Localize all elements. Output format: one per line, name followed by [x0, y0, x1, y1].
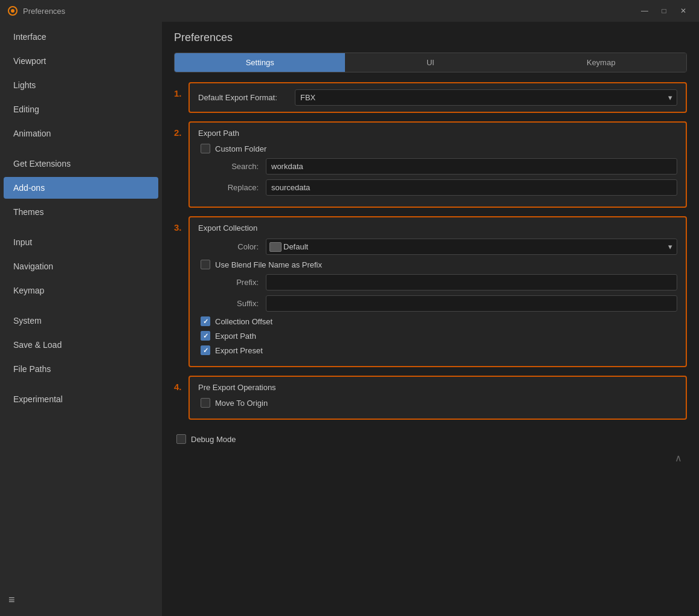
replace-field-row: Replace:	[198, 179, 677, 196]
sidebar-item-animation[interactable]: Animation	[4, 123, 158, 144]
sidebar-item-system[interactable]: System	[4, 310, 158, 332]
debug-mode-label: Debug Mode	[191, 435, 236, 444]
window-title: Preferences	[23, 7, 65, 16]
section-4-number: 4.	[174, 376, 186, 420]
titlebar: Preferences — □ ✕	[0, 0, 699, 22]
close-button[interactable]: ✕	[675, 4, 692, 18]
section-3-title: Export Collection	[198, 223, 677, 233]
section-2-content: Export Path Custom Folder Search: Replac…	[188, 121, 687, 208]
sidebar-item-navigation[interactable]: Navigation	[4, 255, 158, 277]
section-4-content: Pre Export Operations Move To Origin	[188, 376, 687, 420]
tab-ui[interactable]: UI	[345, 53, 515, 72]
export-format-select[interactable]: FBX OBJ GLTF DAE	[295, 89, 677, 106]
checkmark-icon: ✓	[203, 318, 208, 326]
custom-folder-row: Custom Folder	[198, 144, 677, 153]
sidebar-item-get-extensions[interactable]: Get Extensions	[4, 153, 158, 175]
color-field-row: Color: Default ▾	[198, 239, 677, 255]
checkmark-icon-2: ✓	[203, 332, 208, 340]
prefix-field-row: Prefix:	[198, 274, 677, 290]
section-1-number: 1.	[174, 82, 186, 113]
sidebar-item-interface[interactable]: Interface	[4, 26, 158, 48]
section-4-title: Pre Export Operations	[198, 383, 677, 392]
export-path-checkbox-row: ✓ Export Path	[198, 331, 677, 341]
page-title: Preferences	[174, 31, 687, 44]
section-1-content: Default Export Format: FBX OBJ GLTF DAE …	[188, 82, 687, 113]
use-blend-row: Use Blend File Name as Prefix	[198, 260, 677, 269]
export-preset-label: Export Preset	[215, 346, 263, 355]
move-to-origin-label: Move To Origin	[215, 399, 268, 408]
search-input[interactable]	[266, 158, 677, 175]
sidebar-divider-1	[0, 146, 162, 151]
blender-icon	[7, 5, 18, 16]
sidebar-item-file-paths[interactable]: File Paths	[4, 358, 158, 380]
search-field-row: Search:	[198, 158, 677, 175]
section-2-title: Export Path	[198, 129, 677, 138]
use-blend-label: Use Blend File Name as Prefix	[215, 260, 322, 269]
sidebar-item-input[interactable]: Input	[4, 231, 158, 253]
suffix-field-row: Suffix:	[198, 295, 677, 312]
section-2: 2. Export Path Custom Folder Search: Rep…	[174, 121, 687, 208]
section-3-number: 3.	[174, 216, 186, 367]
sidebar-item-save-load[interactable]: Save & Load	[4, 334, 158, 356]
export-format-row: Default Export Format: FBX OBJ GLTF DAE …	[198, 89, 677, 106]
move-to-origin-checkbox[interactable]	[201, 398, 210, 408]
sidebar-item-editing[interactable]: Editing	[4, 98, 158, 120]
minimize-button[interactable]: —	[636, 4, 653, 18]
color-select[interactable]: Default	[266, 239, 677, 255]
collection-offset-checkbox[interactable]: ✓	[201, 316, 210, 326]
export-path-label: Export Path	[215, 332, 256, 341]
search-label: Search:	[198, 162, 259, 171]
color-swatch-icon	[269, 242, 282, 252]
tabs-bar: Settings UI Keymap	[174, 53, 687, 72]
custom-folder-label: Custom Folder	[215, 144, 266, 153]
tab-keymap[interactable]: Keymap	[516, 53, 686, 72]
replace-label: Replace:	[198, 183, 259, 192]
replace-input[interactable]	[266, 179, 677, 196]
export-path-checkbox[interactable]: ✓	[201, 331, 210, 341]
sidebar: Interface Viewport Lights Editing Animat…	[0, 22, 162, 616]
sidebar-divider-2	[0, 225, 162, 229]
debug-mode-checkbox[interactable]	[176, 434, 186, 444]
custom-folder-checkbox[interactable]	[201, 144, 210, 153]
sidebar-item-add-ons[interactable]: Add-ons	[4, 177, 158, 199]
prefix-label: Prefix:	[198, 278, 259, 287]
section-3: 3. Export Collection Color: Default ▾ Us	[174, 216, 687, 367]
sidebar-item-keymap[interactable]: Keymap	[4, 280, 158, 301]
tab-settings[interactable]: Settings	[175, 53, 345, 72]
move-to-origin-row: Move To Origin	[198, 398, 677, 408]
suffix-label: Suffix:	[198, 299, 259, 308]
export-format-select-wrapper: FBX OBJ GLTF DAE ▾	[295, 89, 677, 106]
sidebar-divider-3	[0, 303, 162, 308]
maximize-button[interactable]: □	[656, 4, 672, 18]
sidebar-item-themes[interactable]: Themes	[4, 201, 158, 223]
scroll-indicator: ∧	[174, 450, 687, 466]
use-blend-checkbox[interactable]	[201, 260, 210, 269]
checkmark-icon-3: ✓	[203, 347, 208, 355]
window-controls: — □ ✕	[636, 4, 692, 18]
sidebar-divider-4	[0, 382, 162, 387]
collection-offset-label: Collection Offset	[215, 317, 272, 326]
svg-point-1	[11, 9, 14, 13]
debug-mode-row: Debug Mode	[174, 428, 687, 450]
export-preset-row: ✓ Export Preset	[198, 345, 677, 355]
collection-offset-row: ✓ Collection Offset	[198, 316, 677, 326]
section-2-number: 2.	[174, 121, 186, 208]
titlebar-left: Preferences	[7, 5, 65, 16]
export-format-label: Default Export Format:	[198, 93, 295, 102]
color-select-wrapper: Default ▾	[266, 239, 677, 255]
sidebar-item-lights[interactable]: Lights	[4, 74, 158, 96]
prefix-input[interactable]	[266, 274, 677, 290]
suffix-input[interactable]	[266, 295, 677, 312]
sidebar-menu-button[interactable]: ≡	[0, 588, 162, 612]
section-4: 4. Pre Export Operations Move To Origin	[174, 376, 687, 420]
content-area: Preferences Settings UI Keymap 1. Defaul…	[162, 22, 699, 616]
section-1: 1. Default Export Format: FBX OBJ GLTF D…	[174, 82, 687, 113]
export-preset-checkbox[interactable]: ✓	[201, 345, 210, 355]
color-label: Color:	[198, 242, 259, 251]
main-layout: Interface Viewport Lights Editing Animat…	[0, 22, 699, 616]
section-3-content: Export Collection Color: Default ▾ Use B…	[188, 216, 687, 367]
sidebar-item-viewport[interactable]: Viewport	[4, 50, 158, 72]
sidebar-item-experimental[interactable]: Experimental	[4, 388, 158, 410]
chevron-up-icon: ∧	[675, 452, 682, 464]
